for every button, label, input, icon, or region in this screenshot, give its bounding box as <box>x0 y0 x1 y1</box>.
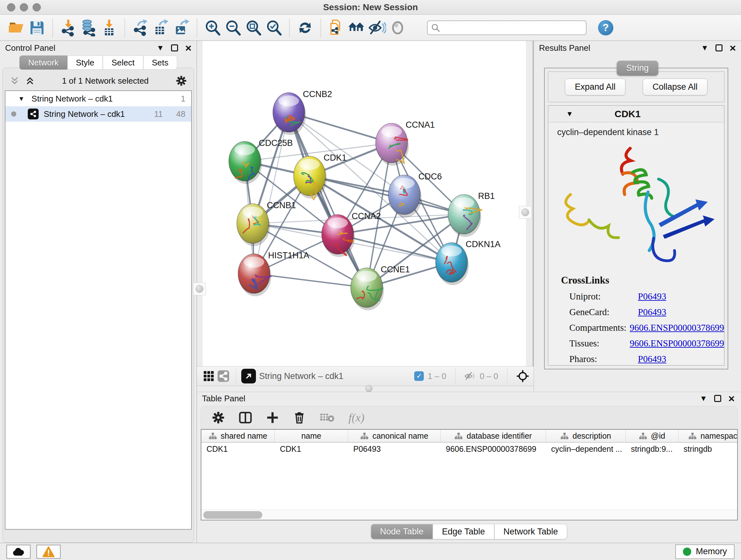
maximize-panel-icon[interactable] <box>714 395 721 402</box>
network-collection-row[interactable]: ▼ String Network – cdk1 1 <box>5 91 191 106</box>
search-field[interactable] <box>427 20 587 35</box>
expand-all-icon[interactable] <box>25 76 35 85</box>
help-button[interactable]: ? <box>598 20 613 36</box>
show-columns-icon[interactable] <box>239 411 252 424</box>
tab-style[interactable]: Style <box>67 56 103 70</box>
birdseye-crosshair-icon[interactable] <box>516 370 529 382</box>
delete-column-icon[interactable] <box>293 411 306 424</box>
network-canvas[interactable]: CCNB2CCNA1CDC25BCDK1CDC6RB1CCNB1CCNA2CDK… <box>203 41 526 366</box>
node-CDC6[interactable]: CDC6 <box>388 172 442 217</box>
right-splitter[interactable] <box>526 41 534 366</box>
table-cell[interactable]: P06493 <box>348 442 441 455</box>
search-input[interactable] <box>441 21 583 34</box>
tab-network[interactable]: Network <box>19 56 67 70</box>
crosslink-link[interactable]: 9606.ENSP00000378699 <box>630 322 724 333</box>
warnings-button[interactable] <box>37 545 61 559</box>
crosslink-link[interactable]: P06493 <box>638 307 666 317</box>
detach-view-button[interactable] <box>241 369 256 383</box>
collapse-all-icon[interactable] <box>10 76 19 85</box>
tab-network-table[interactable]: Network Table <box>494 524 567 539</box>
node-CDC25B[interactable]: CDC25B <box>229 138 293 184</box>
tab-edge-table[interactable]: Edge Table <box>433 524 494 539</box>
network-mode-button[interactable] <box>216 369 231 383</box>
cloud-status-button[interactable] <box>6 545 30 559</box>
open-session-button[interactable] <box>6 17 27 38</box>
selected-indicator-checkbox[interactable]: ✓ <box>414 371 424 381</box>
close-panel-icon[interactable]: × <box>185 43 192 53</box>
zoom-out-button[interactable] <box>223 17 243 38</box>
node-CCNE1[interactable]: CCNE1 <box>351 265 410 310</box>
node-CCNA2[interactable]: CCNA2 <box>322 211 381 257</box>
node-RB1[interactable]: RB1 <box>448 191 495 237</box>
tab-select[interactable]: Select <box>103 56 143 70</box>
add-column-icon[interactable] <box>266 411 279 424</box>
entry-expander-icon[interactable]: ▼ <box>566 110 573 118</box>
right-splitter-handle[interactable] <box>519 206 532 219</box>
column-header-namespace[interactable]: namespace <box>678 430 737 442</box>
close-panel-icon[interactable]: × <box>728 393 735 404</box>
column-header-shared-name[interactable]: shared name <box>201 430 275 442</box>
crosslink-link[interactable]: 9606.ENSP00000378699 <box>630 338 724 349</box>
entry-header[interactable]: ▼ CDK1 <box>548 106 724 122</box>
close-panel-icon[interactable]: × <box>730 43 736 53</box>
column-header-name[interactable]: name <box>275 430 348 442</box>
network-row[interactable]: String Network – cdk1 11 48 <box>5 106 191 122</box>
left-splitter-handle[interactable] <box>193 283 206 295</box>
refresh-layout-button[interactable] <box>295 17 315 38</box>
first-neighbors-button[interactable] <box>347 17 367 38</box>
collection-expander-icon[interactable]: ▼ <box>18 95 24 103</box>
maximize-panel-icon[interactable] <box>171 44 178 51</box>
tab-node-table[interactable]: Node Table <box>371 524 433 539</box>
column-header--id[interactable]: @id <box>626 430 678 442</box>
show-hidden-button[interactable] <box>387 17 408 38</box>
column-header-database-identifier[interactable]: database identifier <box>441 430 546 442</box>
network-graph[interactable]: CCNB2CCNA1CDC25BCDK1CDC6RB1CCNB1CCNA2CDK… <box>203 41 526 366</box>
float-panel-icon[interactable]: ▼ <box>699 395 707 402</box>
zoom-in-button[interactable] <box>202 17 223 38</box>
import-table-button[interactable] <box>99 17 119 38</box>
float-panel-icon[interactable]: ▼ <box>156 44 164 52</box>
save-session-button[interactable] <box>27 17 47 38</box>
grid-mode-button[interactable] <box>201 369 216 383</box>
table-cell[interactable]: 9606.ENSP00000378699 <box>441 442 546 455</box>
close-window-button[interactable] <box>7 3 15 11</box>
node-HIST1H1A[interactable]: HIST1H1A <box>238 251 309 296</box>
table-cell[interactable]: CDK1 <box>275 442 348 455</box>
horizontal-splitter-handle[interactable] <box>365 385 373 392</box>
zoom-selected-button[interactable] <box>264 17 284 38</box>
maximize-window-button[interactable] <box>32 3 41 11</box>
column-header-canonical-name[interactable]: canonical name <box>348 430 441 442</box>
table-cell[interactable]: cyclin–dependent ... <box>546 442 626 455</box>
table-options-gear-icon[interactable] <box>212 411 225 424</box>
node-CCNB2[interactable]: CCNB2 <box>273 89 332 135</box>
scrollbar-thumb[interactable] <box>203 511 262 519</box>
tab-string[interactable]: String <box>616 61 658 76</box>
crosslink-link[interactable]: P06493 <box>638 354 666 364</box>
column-header-description[interactable]: description <box>546 430 626 442</box>
function-builder-icon[interactable]: f(x) <box>348 411 364 424</box>
table-row[interactable]: CDK1CDK1P064939606.ENSP00000378699cyclin… <box>201 442 737 455</box>
collapse-all-button[interactable]: Collapse All <box>643 78 708 96</box>
left-splitter[interactable] <box>197 41 203 366</box>
tab-sets[interactable]: Sets <box>143 56 177 70</box>
node-CDKN1A[interactable]: CDKN1A <box>435 240 501 285</box>
network-options-gear-icon[interactable] <box>176 75 187 86</box>
delete-table-icon[interactable] <box>320 412 334 423</box>
hide-selected-button[interactable] <box>367 17 387 38</box>
export-image-button[interactable] <box>171 17 192 38</box>
float-panel-icon[interactable]: ▼ <box>701 44 709 52</box>
node-CCNB1[interactable]: CCNB1 <box>237 200 296 246</box>
table-cell[interactable]: stringdb <box>678 442 737 455</box>
table-horizontal-scrollbar[interactable] <box>201 509 737 520</box>
maximize-panel-icon[interactable] <box>716 44 723 51</box>
clone-network-button[interactable] <box>326 17 347 38</box>
horizontal-splitter[interactable] <box>197 386 534 392</box>
node-CCNA1[interactable]: CCNA1 <box>376 120 435 166</box>
import-network-file-button[interactable] <box>58 17 78 38</box>
export-table-button[interactable] <box>151 17 171 38</box>
table-cell[interactable]: stringdb:9... <box>626 442 678 455</box>
zoom-fit-button[interactable] <box>243 17 264 38</box>
export-network-button[interactable] <box>130 17 151 38</box>
memory-button[interactable]: Memory <box>675 544 735 559</box>
minimize-window-button[interactable] <box>20 3 28 11</box>
